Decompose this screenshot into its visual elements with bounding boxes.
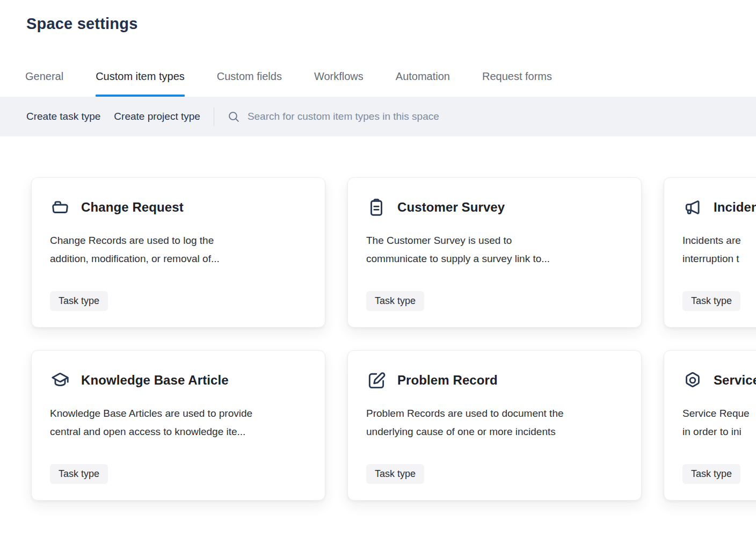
search-bar [227,110,756,124]
task-type-badge: Task type [682,291,740,311]
create-project-type-button[interactable]: Create project type [114,107,200,126]
graduation-cap-icon [50,370,70,390]
card-title: Incident [714,200,756,215]
card-title: Problem Record [397,373,498,388]
cards-row-2: Knowledge Base Article Knowledge Base Ar… [31,350,756,501]
card-service-request[interactable]: Service Request Service Reque in order t… [664,350,756,501]
card-incident[interactable]: Incident Incidents are interruption t Ta… [664,177,756,328]
tab-custom-fields[interactable]: Custom fields [217,56,282,97]
settings-tabs: General Custom item types Custom fields … [25,56,756,97]
task-type-badge: Task type [682,464,740,484]
card-description: Problem Records are used to document the… [366,404,623,441]
tab-workflows[interactable]: Workflows [314,56,364,97]
card-title: Change Request [81,200,184,215]
card-title: Knowledge Base Article [81,373,229,388]
item-type-cards-grid: Change Request Change Records are used t… [31,177,756,523]
search-input[interactable] [248,111,756,122]
tab-general[interactable]: General [25,56,63,97]
card-description: Incidents are interruption t [682,231,756,268]
task-type-badge: Task type [366,291,424,311]
card-description: Change Records are used to log the addit… [50,231,307,268]
task-type-badge: Task type [50,464,108,484]
megaphone-icon [682,197,703,218]
edit-square-icon [366,370,387,390]
tab-request-forms[interactable]: Request forms [482,56,552,97]
task-type-badge: Task type [366,464,424,484]
space-settings-page: Space settings General Custom item types… [0,0,756,550]
task-type-badge: Task type [50,291,108,311]
card-change-request[interactable]: Change Request Change Records are used t… [31,177,325,328]
toolbar-divider [214,107,214,126]
create-task-type-button[interactable]: Create task type [26,107,100,126]
cards-row-1: Change Request Change Records are used t… [31,177,756,328]
clipboard-icon [366,197,387,218]
card-description: Knowledge Base Articles are used to prov… [50,404,307,441]
card-title: Service Request [714,373,756,388]
card-knowledge-base-article[interactable]: Knowledge Base Article Knowledge Base Ar… [31,350,325,501]
card-title: Customer Survey [397,200,505,215]
page-title: Space settings [26,15,138,33]
service-hexagon-icon [682,370,703,390]
tab-custom-item-types[interactable]: Custom item types [96,56,185,97]
card-description: Service Reque in order to ini [682,404,756,441]
card-problem-record[interactable]: Problem Record Problem Records are used … [347,350,642,501]
folder-open-icon [50,197,70,218]
tab-automation[interactable]: Automation [396,56,450,97]
search-icon [227,110,241,124]
card-description: The Customer Survey is used to communica… [366,231,623,268]
toolbar: Create task type Create project type [0,97,756,136]
card-customer-survey[interactable]: Customer Survey The Customer Survey is u… [347,177,642,328]
